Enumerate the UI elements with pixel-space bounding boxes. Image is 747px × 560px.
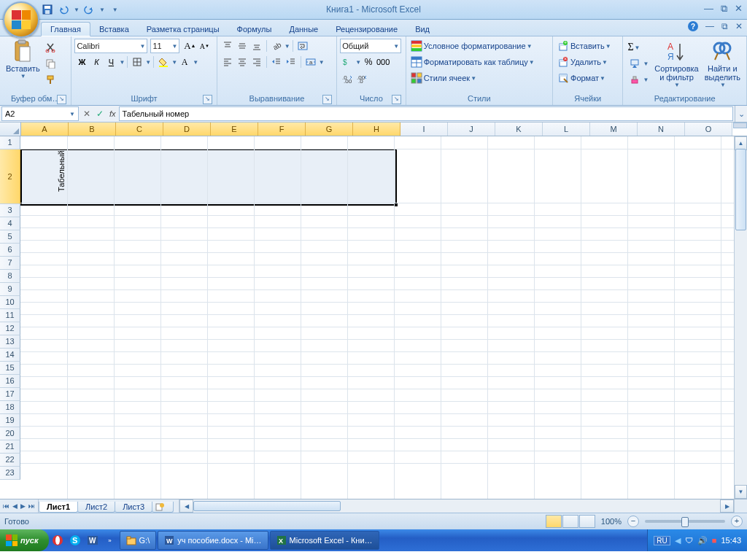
format-as-table-button[interactable]: Форматировать как таблицу▼ xyxy=(409,54,535,70)
taskbar-item-explorer[interactable]: G:\ xyxy=(120,531,157,550)
row-header-9[interactable]: 9 xyxy=(0,283,20,296)
start-button[interactable]: пуск xyxy=(0,529,49,551)
cell-A2[interactable]: Табельный xyxy=(20,149,67,203)
view-page-break-button[interactable] xyxy=(579,515,595,528)
paste-button[interactable]: Вставить ▼ xyxy=(3,38,43,81)
sheet-tab-2[interactable]: Лист2 xyxy=(77,502,115,513)
cell-styles-button[interactable]: Стили ячеек▼ xyxy=(409,70,476,86)
vscroll-thumb[interactable] xyxy=(735,149,746,230)
fill-color-icon[interactable] xyxy=(158,56,169,68)
row-header-11[interactable]: 11 xyxy=(0,309,20,322)
column-header-C[interactable]: C xyxy=(116,122,163,136)
row-header-23[interactable]: 23 xyxy=(0,467,20,480)
tray-icon-1[interactable]: ◀ xyxy=(675,536,681,545)
row-header-21[interactable]: 21 xyxy=(0,440,20,454)
row-header-4[interactable]: 4 xyxy=(0,217,20,230)
column-header-F[interactable]: F xyxy=(258,122,306,136)
align-top-icon[interactable] xyxy=(222,40,233,52)
vertical-scrollbar[interactable]: ▲ ▼ xyxy=(734,136,747,499)
percent-format-icon[interactable]: % xyxy=(363,56,374,68)
column-header-H[interactable]: H xyxy=(353,122,400,136)
scroll-left-button[interactable]: ◀ xyxy=(179,499,193,513)
undo-dropdown-icon[interactable]: ▼ xyxy=(74,7,80,13)
row-header-20[interactable]: 20 xyxy=(0,427,20,440)
column-header-D[interactable]: D xyxy=(163,122,211,136)
enter-formula-icon[interactable]: ✓ xyxy=(96,109,104,119)
view-normal-button[interactable] xyxy=(546,515,562,528)
cancel-formula-icon[interactable]: ✕ xyxy=(83,109,90,119)
zoom-level[interactable]: 100% xyxy=(601,517,622,526)
fill-button[interactable]: ▼ xyxy=(627,55,649,71)
decrease-decimal-icon[interactable]: .00.0 xyxy=(356,72,368,84)
row-header-5[interactable]: 5 xyxy=(0,230,20,244)
zoom-out-button[interactable]: − xyxy=(627,516,639,527)
close-button[interactable]: ✕ xyxy=(735,3,743,15)
column-header-L[interactable]: L xyxy=(543,122,590,136)
quick-launch-skype[interactable]: S xyxy=(67,532,83,549)
quick-launch-more[interactable]: » xyxy=(102,532,118,549)
copy-icon[interactable] xyxy=(44,58,56,69)
column-header-M[interactable]: M xyxy=(590,122,638,136)
name-box[interactable]: A2▼ xyxy=(1,106,79,121)
tab-home[interactable]: Главная xyxy=(41,22,90,36)
zoom-in-button[interactable]: + xyxy=(731,516,743,527)
font-name-combo[interactable]: Calibri▼ xyxy=(74,39,147,53)
italic-button[interactable]: К xyxy=(90,56,102,68)
borders-icon[interactable] xyxy=(131,56,143,68)
row-header-17[interactable]: 17 xyxy=(0,388,20,401)
language-indicator[interactable]: RU xyxy=(654,536,670,545)
quick-launch-word[interactable]: W xyxy=(85,532,101,549)
comma-format-icon[interactable]: 000 xyxy=(377,56,389,68)
column-header-B[interactable]: B xyxy=(69,122,116,136)
row-header-7[interactable]: 7 xyxy=(0,257,20,270)
delete-cells-button[interactable]: ×Удалить▼ xyxy=(556,54,608,70)
align-right-icon[interactable] xyxy=(251,56,263,68)
redo-dropdown-icon[interactable]: ▼ xyxy=(99,7,105,13)
autosum-button[interactable]: Σ▼ xyxy=(627,39,649,55)
doc-minimize-button[interactable]: — xyxy=(705,21,714,31)
tray-icon-2[interactable]: 🛡 xyxy=(685,536,693,545)
new-sheet-button[interactable] xyxy=(152,502,174,513)
doc-restore-button[interactable]: ⧉ xyxy=(721,21,728,31)
font-launcher-icon[interactable]: ↘ xyxy=(203,95,212,104)
tab-formulas[interactable]: Формулы xyxy=(228,23,281,36)
zoom-slider-handle[interactable] xyxy=(681,517,689,527)
align-middle-icon[interactable] xyxy=(236,40,248,52)
taskbar-item-excel[interactable]: XMicrosoft Excel - Кни… xyxy=(270,531,379,550)
minimize-button[interactable]: — xyxy=(704,3,713,15)
font-color-icon[interactable]: A xyxy=(179,56,190,68)
tab-data[interactable]: Данные xyxy=(280,23,327,36)
number-launcher-icon[interactable]: ↘ xyxy=(392,95,401,104)
row-header-13[interactable]: 13 xyxy=(0,335,20,349)
insert-cells-button[interactable]: +Вставить▼ xyxy=(556,38,611,54)
scroll-down-button[interactable]: ▼ xyxy=(735,485,747,499)
column-header-N[interactable]: N xyxy=(638,122,685,136)
sheet-nav-prev-icon[interactable]: ◀ xyxy=(12,502,18,510)
horizontal-scrollbar[interactable]: ◀ ▶ xyxy=(179,499,734,513)
font-size-combo[interactable]: 11▼ xyxy=(150,39,179,53)
wrap-text-icon[interactable] xyxy=(297,40,309,52)
formula-bar[interactable]: Табельный номер xyxy=(119,106,733,121)
column-header-O[interactable]: O xyxy=(685,122,732,136)
column-header-I[interactable]: I xyxy=(400,122,448,136)
selection-range[interactable] xyxy=(20,149,397,206)
align-left-icon[interactable] xyxy=(222,56,233,68)
row-header-2[interactable]: 2 xyxy=(0,149,20,204)
row-header-8[interactable]: 8 xyxy=(0,270,20,283)
column-header-J[interactable]: J xyxy=(448,122,495,136)
merge-center-icon[interactable]: a xyxy=(305,56,317,68)
sort-filter-button[interactable]: АЯ Сортировка и фильтр▼ xyxy=(651,38,701,90)
select-all-button[interactable] xyxy=(0,122,21,136)
row-header-15[interactable]: 15 xyxy=(0,362,20,375)
redo-icon[interactable] xyxy=(82,3,96,16)
quick-launch-opera[interactable] xyxy=(50,532,66,549)
row-header-3[interactable]: 3 xyxy=(0,204,20,217)
column-header-K[interactable]: K xyxy=(495,122,543,136)
row-header-22[interactable]: 22 xyxy=(0,454,20,467)
row-header-18[interactable]: 18 xyxy=(0,401,20,414)
row-header-6[interactable]: 6 xyxy=(0,244,20,257)
taskbar-item-word[interactable]: Wуч пособие.docx - Mi… xyxy=(158,531,268,550)
vertical-split-handle[interactable] xyxy=(733,122,747,128)
number-format-combo[interactable]: Общий▼ xyxy=(340,39,401,53)
column-header-G[interactable]: G xyxy=(306,122,353,136)
